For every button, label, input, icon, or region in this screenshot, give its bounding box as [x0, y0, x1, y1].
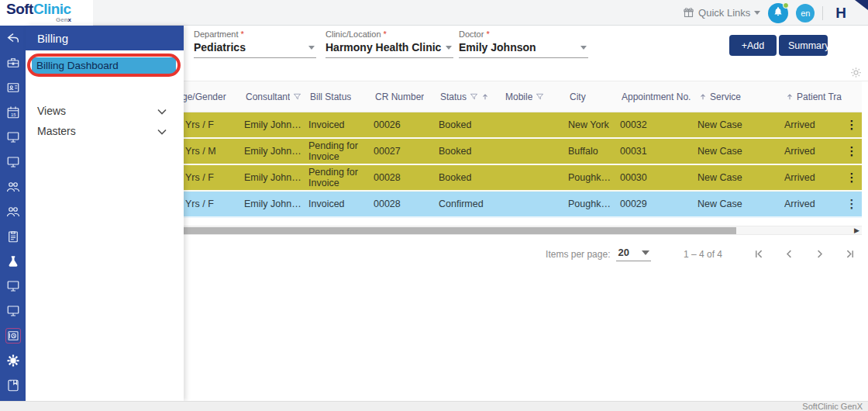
required-asterisk: *: [486, 29, 489, 39]
table-row[interactable]: Yrs / MEmily JohnsonPending for Invoice0…: [174, 139, 862, 165]
cell-mobile: [504, 139, 568, 164]
cell-service: New Case: [698, 165, 784, 190]
back-arrow-icon[interactable]: [0, 26, 26, 50]
column-label: Patient Tracking: [797, 92, 842, 102]
monitor-icon[interactable]: [0, 299, 26, 323]
monitor-icon[interactable]: [0, 150, 26, 174]
column-label: Consultant: [246, 92, 290, 102]
cell-city: Poughkeepsie: [568, 165, 620, 190]
column-label: Appointment No.: [622, 92, 691, 102]
patients-group-icon[interactable]: [0, 174, 26, 199]
kebab-menu-icon[interactable]: ⋮: [842, 165, 862, 190]
items-per-page-select[interactable]: 20: [616, 247, 650, 261]
column-header-status[interactable]: Status: [439, 81, 504, 112]
sort-arrow-icon[interactable]: [481, 92, 489, 102]
cell-cr_number: 00028: [374, 192, 439, 216]
settings-gear-icon[interactable]: [0, 348, 26, 373]
menu-item-masters[interactable]: Masters: [26, 122, 184, 140]
table-row[interactable]: Yrs / FEmily JohnsonPending for Invoice0…: [174, 165, 862, 192]
summary-button[interactable]: Summary: [779, 35, 828, 56]
monitor-icon[interactable]: [0, 125, 26, 150]
column-header-service[interactable]: Service: [698, 81, 784, 112]
menu-item-billing-dashboard[interactable]: Billing Dashboard: [32, 57, 176, 74]
column-header-city[interactable]: City: [568, 81, 620, 112]
column-header-consultant[interactable]: Consultant: [244, 81, 308, 112]
cell-consultant: Emily Johnson: [244, 192, 308, 216]
cell-service: New Case: [698, 139, 784, 164]
last-page-button[interactable]: [844, 248, 856, 260]
lab-flask-icon[interactable]: [0, 249, 26, 274]
menu-item-views[interactable]: Views: [26, 102, 184, 120]
filter-funnel-icon[interactable]: [536, 92, 544, 101]
cell-bill_status: Invoiced: [308, 192, 374, 216]
cell-consultant: Emily Johnson: [244, 139, 308, 164]
sort-arrow-icon[interactable]: [786, 92, 794, 102]
column-header-mobile[interactable]: Mobile: [504, 81, 568, 112]
department-select[interactable]: Department * Pediatrics: [194, 29, 316, 58]
logo-text-secondary: Clinic: [33, 1, 71, 17]
column-label: Mobile: [505, 92, 532, 102]
patients-group-icon[interactable]: [0, 199, 26, 224]
module-sidebar: 15: [0, 26, 26, 401]
cell-patient_tracking: Arrived: [784, 165, 842, 190]
footer-brand-text: SoftClinic GenX: [802, 402, 863, 411]
kebab-menu-icon[interactable]: ⋮: [842, 112, 862, 137]
logo-subtitle: Genx: [56, 16, 71, 23]
kebab-menu-icon[interactable]: ⋮: [842, 192, 862, 216]
filter-funnel-icon[interactable]: [293, 92, 301, 101]
cell-patient_tracking: Arrived: [784, 192, 842, 216]
cell-mobile: [504, 112, 568, 137]
table-row[interactable]: Yrs / FEmily JohnsonInvoiced00028Confirm…: [174, 192, 862, 218]
add-button[interactable]: +Add: [729, 35, 777, 56]
column-settings-gear-icon[interactable]: [850, 67, 862, 81]
cell-status: Booked: [439, 112, 504, 137]
cell-cr_number: 00027: [374, 139, 439, 164]
column-label: Service: [710, 92, 741, 102]
monitor-icon[interactable]: [0, 274, 26, 299]
column-header-appointment_no[interactable]: Appointment No.: [620, 81, 698, 112]
next-page-button[interactable]: [814, 248, 825, 260]
cell-mobile: [504, 165, 568, 190]
page-range-text: 1 – 4 of 4: [684, 249, 722, 260]
chevron-down-icon: [754, 11, 760, 15]
notifications-button[interactable]: [768, 3, 788, 23]
doctor-select[interactable]: Doctor * Emily Johnson: [459, 29, 588, 58]
filter-funnel-icon[interactable]: [470, 92, 478, 101]
cell-appointment_no: 00032: [620, 112, 698, 137]
cell-status: Confirmed: [439, 192, 504, 216]
book-icon[interactable]: [0, 373, 26, 398]
calendar-icon[interactable]: 15: [0, 100, 26, 125]
scroll-right-arrow-icon[interactable]: ▶: [854, 226, 859, 235]
safe-vault-icon[interactable]: [0, 323, 26, 348]
horizontal-scrollbar[interactable]: ▶: [174, 226, 862, 235]
clipboard-icon[interactable]: [0, 224, 26, 249]
kebab-menu-icon[interactable]: ⋮: [842, 139, 862, 164]
cell-appointment_no: 00031: [620, 139, 698, 164]
cell-consultant: Emily Johnson: [244, 112, 308, 137]
scrollbar-thumb[interactable]: [184, 227, 736, 234]
cell-city: Buffalo: [568, 139, 620, 164]
logo-text-primary: Soft: [6, 1, 33, 17]
user-avatar[interactable]: H: [831, 5, 857, 22]
column-header-age_gender[interactable]: Age/Gender: [174, 81, 244, 112]
previous-page-button[interactable]: [784, 248, 795, 260]
column-header-cr_number[interactable]: CR Number: [374, 81, 439, 112]
topbar-divider: [822, 6, 823, 20]
svg-text:15: 15: [11, 112, 16, 117]
clinic-location-select[interactable]: Clinic/Location * Harmony Health Clinic: [326, 29, 453, 58]
column-label: CR Number: [375, 92, 424, 102]
language-selector[interactable]: en: [796, 4, 815, 22]
briefcase-icon[interactable]: [0, 50, 26, 75]
table-header-row: Age/GenderConsultantBill StatusCR Number…: [174, 81, 862, 112]
paginator: Items per page: 20 1 – 4 of 4: [546, 247, 856, 261]
sort-arrow-icon[interactable]: [699, 92, 707, 102]
column-header-patient_tracking[interactable]: Patient Tracking: [784, 81, 842, 112]
cell-consultant: Emily Johnson: [244, 165, 308, 190]
chevron-down-icon: [642, 250, 649, 255]
cell-age_gender: Yrs / F: [174, 192, 244, 216]
id-card-icon[interactable]: [0, 75, 26, 100]
quick-links-menu[interactable]: Quick Links: [683, 7, 760, 19]
table-row[interactable]: Yrs / FEmily JohnsonInvoiced00026BookedN…: [174, 112, 862, 139]
first-page-button[interactable]: [753, 248, 765, 260]
column-header-bill_status[interactable]: Bill Status: [308, 81, 374, 112]
